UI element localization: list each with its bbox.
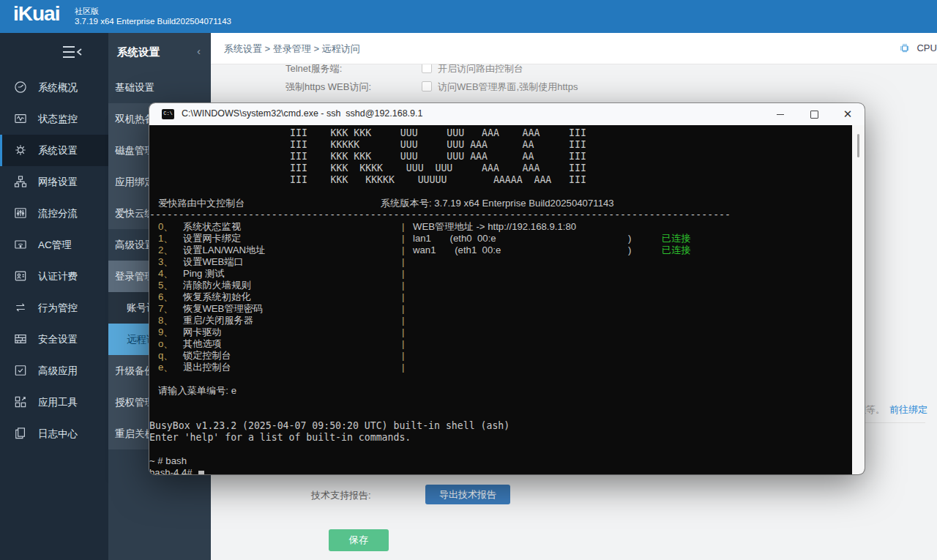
checkbox-label: 访问WEB管理界面,强制使用https: [438, 81, 578, 94]
cloud-bind-hint: 理等。前往绑定: [856, 403, 927, 417]
monitor-icon: [13, 111, 28, 126]
sidebar-item-flow-control[interactable]: 流控分流: [0, 198, 108, 229]
menu-number: o、: [158, 338, 173, 350]
connection-status: 已连接: [662, 233, 691, 244]
cpu-indicator: CPU: [899, 41, 937, 57]
column-pipe: |: [402, 244, 404, 256]
checkbox[interactable]: [422, 81, 432, 92]
breadcrumb: 系统设置 > 登录管理 > 远程访问: [224, 42, 360, 56]
panel-collapse-chevron-icon[interactable]: ‹: [197, 45, 201, 57]
column-pipe: |: [402, 315, 404, 326]
sidebar-item-label: 高级应用: [38, 365, 78, 378]
column-pipe: |: [402, 303, 404, 315]
console-menu-row: 7、恢复WEB管理密码|: [149, 303, 852, 315]
busybox-banner: BusyBox v1.23.2 (2025-04-07 09:50:20 UTC…: [149, 420, 852, 444]
sidebar-item-label: 应用工具: [38, 396, 78, 409]
sidebar-item-label: 安全设置: [38, 333, 78, 346]
sidebar-item-label: 认证计费: [38, 270, 78, 283]
submenu-item-label: 重启关机: [115, 428, 154, 441]
sidebar-item-log-center[interactable]: 日志中心: [0, 418, 108, 449]
column-pipe: |: [402, 268, 404, 280]
sidebar-item-label: 系统概况: [38, 81, 78, 94]
window-controls: ✕: [764, 103, 865, 125]
sidebar-item-label: 行为管控: [38, 302, 78, 315]
menu-number: 7、: [158, 303, 173, 315]
submenu-item-basic-settings[interactable]: 基础设置: [108, 72, 211, 103]
sidebar-item-security-settings[interactable]: 安全设置: [0, 324, 108, 355]
menu-number: 3、: [158, 256, 173, 268]
column-pipe: |: [402, 362, 404, 373]
app-logo: iKuai: [13, 2, 59, 26]
sidebar-item-auth-billing[interactable]: 认证计费: [0, 261, 108, 292]
column-pipe: |: [402, 233, 404, 244]
menu-number: 9、: [158, 326, 173, 338]
menu-number: e、: [158, 362, 173, 373]
close-button[interactable]: ✕: [831, 103, 865, 125]
save-button[interactable]: 保存: [329, 529, 389, 551]
menu-prompt-line: 请输入菜单编号: e: [149, 385, 852, 397]
arrows-icon: [13, 300, 28, 315]
sliders-icon: [13, 206, 28, 220]
menu-right-text: lan1 (eth0 00:e: [413, 233, 496, 244]
sidebar-item-label: 流控分流: [38, 207, 78, 220]
menu-right-paren: ): [628, 233, 631, 244]
terminal-cursor: [198, 471, 204, 474]
submenu-item-label: 登录管理: [115, 270, 154, 283]
scrollbar-thumb[interactable]: [857, 134, 859, 157]
menu-number: q、: [158, 350, 173, 362]
sidebar-collapse-button[interactable]: [0, 33, 108, 72]
sidebar-item-status-monitor[interactable]: 状态监控: [0, 103, 108, 135]
cmd-window-title: C:\WINDOWS\system32\cmd.exe - ssh sshd@1…: [182, 108, 422, 119]
maximize-button[interactable]: [797, 103, 831, 125]
support-report-label: 技术支持报告:: [311, 489, 371, 502]
menu-number: 1、: [158, 233, 173, 244]
sidebar-item-network-settings[interactable]: 网络设置: [0, 166, 108, 198]
column-pipe: |: [402, 291, 404, 303]
shell-prompt-line: bash-4.4#: [149, 467, 852, 474]
separator-line: ----------------------------------------…: [149, 209, 852, 221]
minimize-button[interactable]: [764, 103, 797, 125]
checkbox[interactable]: [422, 63, 432, 73]
sidebar-item-ac-management[interactable]: AC管理: [0, 229, 108, 261]
menu-label: 恢复系统初始化: [183, 291, 250, 303]
column-pipe: |: [402, 350, 404, 362]
submenu-item-label: 基础设置: [115, 81, 154, 94]
sidebar-item-app-tools[interactable]: 应用工具: [0, 387, 108, 418]
console-menu-row: 4、Ping 测试|: [149, 268, 852, 280]
connection-status: 已连接: [662, 244, 691, 256]
sidebar-item-system-overview[interactable]: 系统概况: [0, 72, 108, 103]
main-sidebar: 系统概况状态监控系统设置网络设置流控分流AC管理认证计费行为管控安全设置高级应用…: [0, 33, 108, 560]
submenu-item-label: 高级设置: [115, 239, 154, 252]
submenu-item-label: 双机热备: [115, 113, 154, 126]
console-menu-row: 2、设置LAN/WAN地址|wan1 (eth1 00:e)已连接: [149, 244, 852, 256]
console-menu-row: 1、设置网卡绑定|lan1 (eth0 00:e)已连接: [149, 233, 852, 244]
export-report-button[interactable]: 导出技术报告: [425, 485, 510, 504]
ascii-banner: III KKK KKK UUU UUU AAA AAA III III KKKK…: [149, 127, 852, 186]
terminal[interactable]: III KKK KKK UUU UUU AAA AAA III III KKKK…: [149, 125, 852, 474]
sidebar-item-system-settings[interactable]: 系统设置: [0, 135, 108, 166]
edition-label: 社区版: [75, 6, 99, 17]
console-menu-row: 3、设置WEB端口|: [149, 256, 852, 268]
console-menu-row: 9、网卡驱动|: [149, 326, 852, 338]
column-pipe: |: [402, 256, 404, 268]
go-bind-link[interactable]: 前往绑定: [889, 404, 927, 415]
menu-right-paren: ): [628, 244, 631, 256]
menu-label: 清除防火墙规则: [183, 280, 250, 291]
menu-label: 重启/关闭服务器: [183, 315, 253, 326]
wifi-icon: [13, 237, 28, 252]
column-pipe: |: [402, 338, 404, 350]
sidebar-item-label: 状态监控: [38, 113, 78, 126]
sidebar-item-advanced-apps[interactable]: 高级应用: [0, 355, 108, 387]
menu-label: Ping 测试: [183, 268, 224, 280]
menu-label: 锁定控制台: [183, 350, 231, 362]
dashboard-icon: [13, 80, 28, 94]
menu-right-text: wan1 (eth1 00:e: [413, 244, 501, 256]
sidebar-item-behavior-control[interactable]: 行为管控: [0, 292, 108, 324]
console-menu-row: 8、重启/关闭服务器|: [149, 315, 852, 326]
gear-icon: [13, 143, 28, 157]
terminal-scrollbar[interactable]: [852, 125, 865, 474]
menu-label: 设置LAN/WAN地址: [183, 244, 265, 256]
cmd-titlebar[interactable]: C:\ C:\WINDOWS\system32\cmd.exe - ssh ss…: [149, 103, 865, 125]
menu-label: 其他选项: [183, 338, 222, 350]
submenu-item-label: 磁盘管理: [115, 144, 154, 157]
